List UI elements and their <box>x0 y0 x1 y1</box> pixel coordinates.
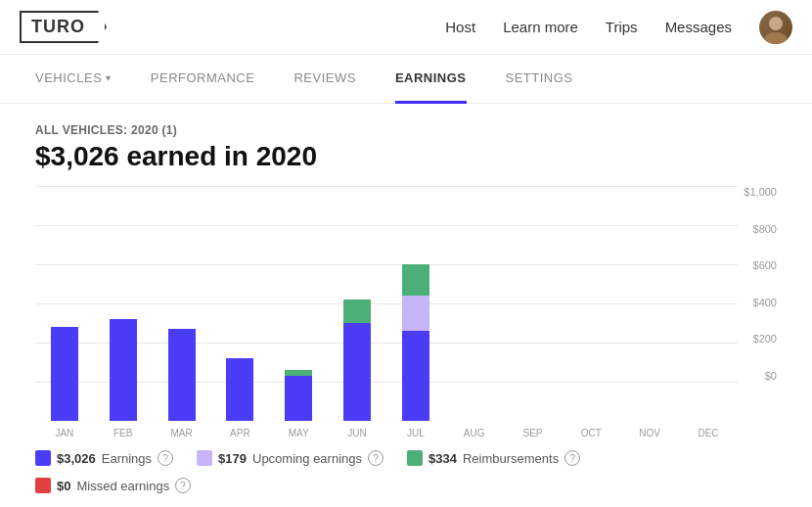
subnav-performance[interactable]: PERFORMANCE <box>151 56 255 104</box>
nav-trips[interactable]: Trips <box>606 19 638 35</box>
legend-label-3: Missed earnings <box>76 479 169 493</box>
main-content: ALL VEHICLES: 2020 (1) $3,026 earned in … <box>0 104 812 503</box>
bar-group-mar: MAR <box>153 225 211 421</box>
earnings-title: $3,026 earned in 2020 <box>35 141 777 172</box>
legend-color-2 <box>407 450 423 466</box>
legend-item-2: $334Reimbursements? <box>407 450 580 466</box>
earnings-chart: JANFEBMARAPRMAYJUNJULAUGSEPOCTNOVDEC $1,… <box>35 186 777 421</box>
svg-point-1 <box>764 32 788 44</box>
bar-label-oct: OCT <box>581 428 602 438</box>
bar-earnings-jun <box>343 323 371 421</box>
logo: TURO <box>20 11 107 43</box>
bars-area: JANFEBMARAPRMAYJUNJULAUGSEPOCTNOVDEC <box>35 225 738 421</box>
subnav: VEHICLES ▾ PERFORMANCE REVIEWS EARNINGS … <box>0 55 812 104</box>
legend-label-0: Earnings <box>102 451 152 466</box>
legend-item-0: $3,026Earnings? <box>35 450 173 466</box>
bar-earnings-mar <box>168 329 196 421</box>
legend-color-1 <box>197 450 212 466</box>
info-icon-3[interactable]: ? <box>175 478 191 493</box>
bar-label-mar: MAR <box>170 428 192 438</box>
bar-group-aug: AUG <box>445 225 504 421</box>
bar-label-may: MAY <box>289 428 309 438</box>
nav-messages[interactable]: Messages <box>665 19 732 35</box>
bar-label-dec: DEC <box>698 428 718 438</box>
y-label-600: $600 <box>753 259 777 271</box>
legend-item-3: $0Missed earnings? <box>35 478 191 493</box>
nav-host[interactable]: Host <box>445 19 475 35</box>
bar-group-may: MAY <box>269 225 328 421</box>
y-label-400: $400 <box>753 297 777 308</box>
bar-label-jul: JUL <box>407 428 425 438</box>
subnav-earnings[interactable]: EARNINGS <box>395 56 467 104</box>
bar-earnings-may <box>285 376 312 421</box>
y-label-200: $200 <box>753 333 777 345</box>
bar-group-apr: APR <box>210 225 269 421</box>
bar-label-aug: AUG <box>464 428 485 438</box>
chart-legend: $3,026Earnings?$179Upcoming earnings?$33… <box>35 450 777 493</box>
info-icon-0[interactable]: ? <box>158 450 173 466</box>
bar-group-jun: JUN <box>328 225 386 421</box>
bar-label-apr: APR <box>230 428 250 438</box>
bar-label-jun: JUN <box>347 428 366 438</box>
bar-label-sep: SEP <box>523 428 543 438</box>
y-label-1000: $1,000 <box>744 186 777 198</box>
bar-label-feb: FEB <box>113 428 132 438</box>
bar-label-nov: NOV <box>639 428 660 438</box>
bar-reimbursements-jun <box>343 300 371 323</box>
info-icon-2[interactable]: ? <box>564 450 580 466</box>
bar-label-jan: JAN <box>55 428 73 438</box>
bar-reimbursements-jul <box>402 264 429 296</box>
bar-group-dec: DEC <box>679 225 738 421</box>
y-axis: $1,000 $800 $600 $400 $200 $0 <box>744 186 777 382</box>
legend-item-1: $179Upcoming earnings? <box>197 450 383 466</box>
info-icon-1[interactable]: ? <box>368 450 383 466</box>
vehicles-subtitle: ALL VEHICLES: 2020 (1) <box>35 123 777 137</box>
bar-upcoming-jul <box>402 296 429 331</box>
logo-text: TURO <box>20 11 107 43</box>
legend-amount-0: $3,026 <box>57 451 96 466</box>
bar-group-sep: SEP <box>504 225 563 421</box>
legend-amount-1: $179 <box>218 451 247 466</box>
svg-point-0 <box>769 17 783 30</box>
avatar[interactable] <box>759 11 792 44</box>
legend-amount-3: $0 <box>57 479 70 493</box>
subnav-settings[interactable]: SETTINGS <box>506 56 573 104</box>
bar-earnings-jan <box>51 327 78 421</box>
legend-label-2: Reimbursements <box>463 451 559 466</box>
bar-group-nov: NOV <box>620 225 679 421</box>
subnav-reviews[interactable]: REVIEWS <box>293 56 355 104</box>
header: TURO Host Learn more Trips Messages <box>0 0 812 55</box>
bar-earnings-feb <box>110 319 137 421</box>
y-label-800: $800 <box>753 223 777 235</box>
legend-amount-2: $334 <box>429 451 457 466</box>
nav-learn-more[interactable]: Learn more <box>503 19 578 35</box>
bar-group-jul: JUL <box>386 225 445 421</box>
y-label-0: $0 <box>765 370 777 382</box>
bar-group-feb: FEB <box>94 225 153 421</box>
main-nav: Host Learn more Trips Messages <box>445 11 792 44</box>
grid-line-1000 <box>35 186 738 187</box>
legend-color-0 <box>35 450 51 466</box>
subnav-vehicles[interactable]: VEHICLES ▾ <box>35 56 112 104</box>
bar-earnings-apr <box>226 358 253 421</box>
legend-color-3 <box>35 478 51 493</box>
chevron-down-icon: ▾ <box>106 72 112 83</box>
bar-earnings-jul <box>402 331 429 421</box>
bar-group-oct: OCT <box>562 225 620 421</box>
bar-group-jan: JAN <box>35 225 94 421</box>
legend-label-1: Upcoming earnings <box>252 451 362 466</box>
